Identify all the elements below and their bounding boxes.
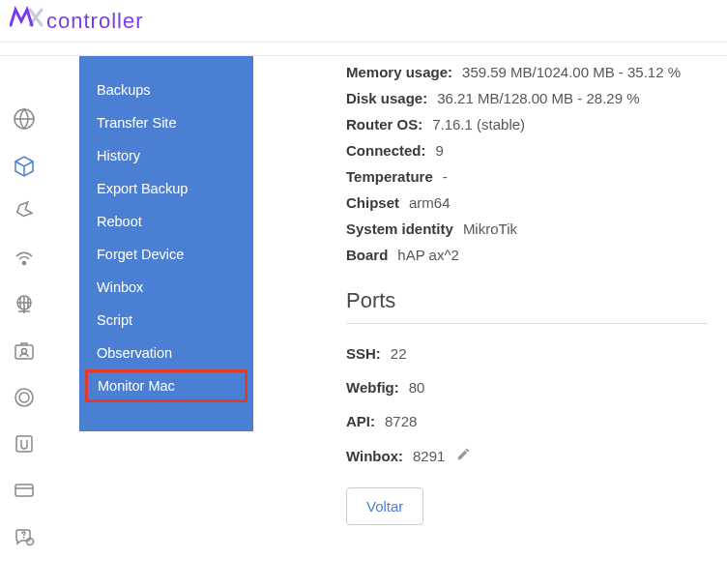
- svg-rect-8: [15, 485, 33, 496]
- brand-logo[interactable]: controller: [10, 6, 143, 36]
- sidebar-item-winbox[interactable]: Winbox: [79, 271, 253, 304]
- ports-title: Ports: [346, 288, 708, 313]
- wifi-icon[interactable]: [10, 244, 39, 273]
- brand-name: controller: [46, 9, 143, 34]
- circle-icon[interactable]: [10, 383, 39, 412]
- chipset-label: Chipset: [346, 194, 399, 211]
- svg-point-5: [15, 389, 33, 406]
- svg-point-6: [19, 393, 29, 402]
- svg-point-1: [23, 262, 26, 265]
- disk-usage-row: Disk usage: 36.21 MB/128.00 MB - 28.29 %: [346, 90, 708, 106]
- globe-icon[interactable]: [10, 104, 39, 133]
- network-globe-icon[interactable]: [10, 290, 39, 319]
- icon-rail: [0, 56, 48, 588]
- system-identity-row: System identity MikroTik: [346, 220, 708, 237]
- temperature-label: Temperature: [346, 168, 433, 185]
- sidebar-item-monitor-mac[interactable]: Monitor Mac: [85, 369, 247, 402]
- app-header: controller: [0, 0, 727, 43]
- sidebar-item-export-backup[interactable]: Export Backup: [79, 172, 253, 205]
- connected-value: 9: [436, 142, 444, 159]
- svg-point-4: [22, 349, 27, 354]
- sidebar-item-backups[interactable]: Backups: [79, 74, 253, 106]
- id-card-icon[interactable]: [10, 337, 39, 366]
- card-icon[interactable]: [10, 476, 39, 505]
- router-os-row: Router OS: 7.16.1 (stable): [346, 116, 708, 132]
- sidebar-item-reboot[interactable]: Reboot: [79, 205, 253, 238]
- port-winbox-row: Winbox: 8291: [346, 447, 708, 464]
- port-ssh-row: SSH: 22: [346, 345, 708, 362]
- port-api-label: API:: [346, 413, 375, 429]
- sidebar-menu: Backups Transfer Site History Export Bac…: [79, 56, 253, 431]
- chipset-row: Chipset arm64: [346, 194, 708, 211]
- sub-header: [0, 43, 727, 56]
- port-winbox-label: Winbox:: [346, 448, 403, 464]
- device-content: Memory usage: 359.59 MB/1024.00 MB - 35.…: [253, 56, 727, 588]
- port-winbox-value: 8291: [413, 448, 445, 464]
- u-icon[interactable]: [10, 429, 39, 458]
- port-ssh-label: SSH:: [346, 345, 381, 362]
- port-api-row: API: 8728: [346, 413, 708, 429]
- system-identity-label: System identity: [346, 220, 453, 237]
- box-icon[interactable]: [10, 151, 39, 180]
- svg-rect-3: [15, 345, 33, 359]
- port-webfig-label: Webfig:: [346, 379, 399, 396]
- port-webfig-value: 80: [409, 379, 425, 396]
- memory-usage-row: Memory usage: 359.59 MB/1024.00 MB - 35.…: [346, 64, 708, 80]
- help-chat-icon[interactable]: [10, 522, 39, 551]
- system-identity-value: MikroTik: [463, 220, 517, 237]
- port-api-value: 8728: [385, 413, 417, 429]
- board-value: hAP ax^2: [397, 247, 458, 263]
- back-button[interactable]: Voltar: [346, 487, 423, 525]
- brand-mark-icon: [10, 6, 44, 36]
- board-label: Board: [346, 247, 388, 263]
- pencil-icon[interactable]: [456, 447, 471, 464]
- temperature-value: -: [443, 168, 448, 185]
- port-webfig-row: Webfig: 80: [346, 379, 708, 396]
- sidebar-item-history[interactable]: History: [79, 139, 253, 172]
- memory-usage-label: Memory usage:: [346, 64, 452, 80]
- connected-label: Connected:: [346, 142, 426, 159]
- ports-divider: [346, 323, 708, 324]
- sidebar-item-observation[interactable]: Observation: [79, 337, 253, 369]
- board-row: Board hAP ax^2: [346, 247, 708, 263]
- connected-row: Connected: 9: [346, 142, 708, 159]
- disk-usage-value: 36.21 MB/128.00 MB - 28.29 %: [437, 90, 639, 106]
- disk-usage-label: Disk usage:: [346, 90, 427, 106]
- memory-usage-value: 359.59 MB/1024.00 MB - 35.12 %: [462, 64, 681, 80]
- router-os-value: 7.16.1 (stable): [432, 116, 525, 132]
- sidebar-item-forget-device[interactable]: Forget Device: [79, 238, 253, 271]
- sidebar-item-script[interactable]: Script: [79, 304, 253, 337]
- tag-icon[interactable]: [10, 197, 39, 226]
- temperature-row: Temperature -: [346, 168, 708, 185]
- chipset-value: arm64: [409, 194, 451, 211]
- sidebar-item-transfer-site[interactable]: Transfer Site: [79, 106, 253, 139]
- router-os-label: Router OS:: [346, 116, 422, 132]
- port-ssh-value: 22: [391, 345, 407, 362]
